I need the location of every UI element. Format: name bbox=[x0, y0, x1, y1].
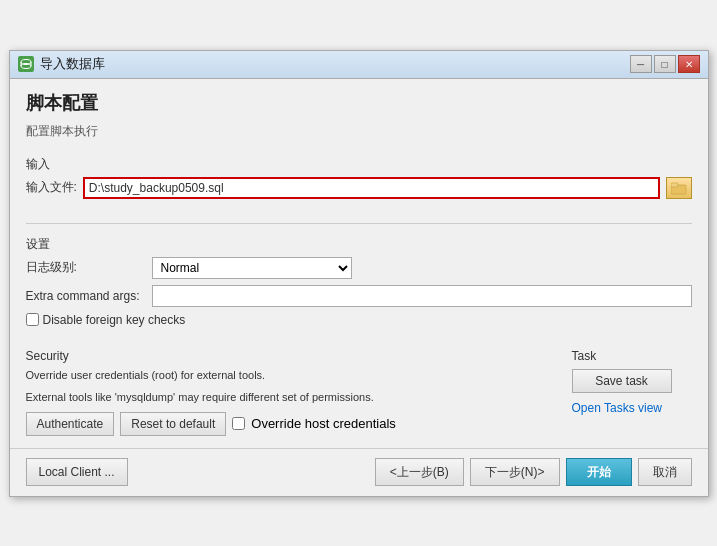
file-label: 输入文件: bbox=[26, 179, 77, 196]
start-button[interactable]: 开始 bbox=[566, 458, 632, 486]
maximize-button[interactable]: □ bbox=[654, 55, 676, 73]
security-section: Security Override user credentials (root… bbox=[26, 349, 556, 436]
content-area: 脚本配置 配置脚本执行 输入 输入文件: 设置 日志级别: bbox=[10, 79, 708, 448]
footer-right: <上一步(B) 下一步(N)> 开始 取消 bbox=[375, 458, 692, 486]
minimize-button[interactable]: ─ bbox=[630, 55, 652, 73]
app-icon bbox=[18, 56, 34, 72]
svg-rect-5 bbox=[671, 183, 678, 187]
authenticate-button[interactable]: Authenticate bbox=[26, 412, 115, 436]
override-host-checkbox[interactable] bbox=[232, 417, 245, 430]
close-button[interactable]: ✕ bbox=[678, 55, 700, 73]
open-tasks-button[interactable]: Open Tasks view bbox=[572, 399, 663, 417]
footer: Local Client ... <上一步(B) 下一步(N)> 开始 取消 bbox=[10, 448, 708, 496]
input-section: 输入 输入文件: bbox=[26, 156, 692, 207]
footer-left: Local Client ... bbox=[26, 458, 369, 486]
security-title: Security bbox=[26, 349, 556, 363]
override-host-label: Override host credentials bbox=[251, 416, 396, 431]
local-client-button[interactable]: Local Client ... bbox=[26, 458, 128, 486]
settings-section-label: 设置 bbox=[26, 236, 692, 253]
reset-to-default-button[interactable]: Reset to default bbox=[120, 412, 226, 436]
page-subtitle: 配置脚本执行 bbox=[26, 123, 692, 140]
disable-fk-row: Disable foreign key checks bbox=[26, 313, 692, 327]
security-desc-2: External tools like 'mysqldump' may requ… bbox=[26, 389, 556, 406]
security-task-row: Security Override user credentials (root… bbox=[26, 349, 692, 436]
page-title: 脚本配置 bbox=[26, 91, 692, 115]
security-buttons: Authenticate Reset to default Override h… bbox=[26, 412, 556, 436]
log-level-label: 日志级别: bbox=[26, 259, 146, 276]
log-level-select[interactable]: Normal Verbose Debug bbox=[152, 257, 352, 279]
task-title: Task bbox=[572, 349, 597, 363]
security-desc-1: Override user credentials (root) for ext… bbox=[26, 367, 556, 384]
main-window: 导入数据库 ─ □ ✕ 脚本配置 配置脚本执行 输入 输入文件: bbox=[9, 50, 709, 497]
window-controls: ─ □ ✕ bbox=[630, 55, 700, 73]
task-section: Task Save task Open Tasks view bbox=[572, 349, 692, 436]
log-level-row: 日志级别: Normal Verbose Debug bbox=[26, 257, 692, 279]
settings-section: 设置 日志级别: Normal Verbose Debug Extra comm… bbox=[26, 236, 692, 333]
save-task-button[interactable]: Save task bbox=[572, 369, 672, 393]
extra-args-input[interactable] bbox=[152, 285, 692, 307]
file-input-row: 输入文件: bbox=[26, 177, 692, 199]
disable-fk-checkbox[interactable] bbox=[26, 313, 39, 326]
title-bar: 导入数据库 ─ □ ✕ bbox=[10, 51, 708, 79]
disable-fk-label: Disable foreign key checks bbox=[43, 313, 186, 327]
file-input[interactable] bbox=[83, 177, 660, 199]
extra-args-row: Extra command args: bbox=[26, 285, 692, 307]
prev-button[interactable]: <上一步(B) bbox=[375, 458, 464, 486]
input-section-label: 输入 bbox=[26, 156, 692, 173]
divider-1 bbox=[26, 223, 692, 224]
browse-button[interactable] bbox=[666, 177, 692, 199]
next-button[interactable]: 下一步(N)> bbox=[470, 458, 560, 486]
extra-args-label: Extra command args: bbox=[26, 289, 146, 303]
window-title: 导入数据库 bbox=[40, 55, 630, 73]
cancel-button[interactable]: 取消 bbox=[638, 458, 692, 486]
